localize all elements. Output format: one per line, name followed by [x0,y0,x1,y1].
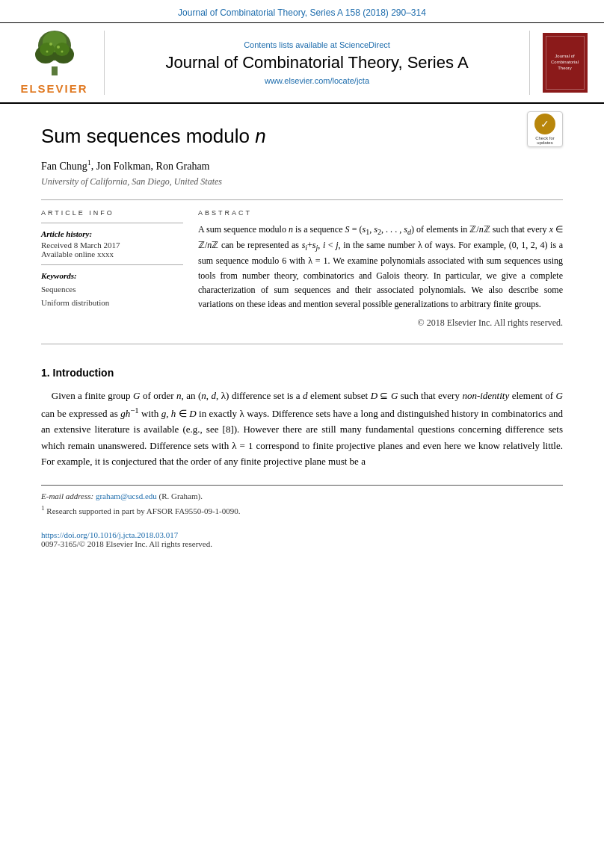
top-journal-ref: Journal of Combinatorial Theory, Series … [0,0,604,23]
email-link[interactable]: graham@ucsd.edu [96,492,157,500]
keyword-1: Sequences [41,282,183,297]
article-abstract-section: ARTICLE INFO Article history: Received 8… [41,209,563,329]
intro-title: 1. Introduction [41,367,563,379]
article-info-column: ARTICLE INFO Article history: Received 8… [41,209,183,329]
sciencedirect-link[interactable]: ScienceDirect [339,40,390,49]
introduction-section: 1. Introduction Given a finite group G o… [41,367,563,470]
footnote-area: E-mail address: graham@ucsd.edu (R. Grah… [41,485,563,518]
intro-paragraph: Given a finite group G of order n, an (n… [41,388,563,470]
abstract-bottom-divider [41,344,563,344]
paper-title: Sum sequences modulo n [41,125,563,148]
svg-point-9 [46,51,48,53]
article-info-header: ARTICLE INFO [41,209,183,217]
received-date: Received 8 March 2017 [41,241,183,249]
cover-text: Journal of Combinatorial Theory [551,54,579,71]
contents-line: Contents lists available at ScienceDirec… [244,40,390,49]
journal-url[interactable]: www.elsevier.com/locate/jcta [265,76,369,85]
title-divider [41,199,563,200]
svg-point-6 [55,43,70,56]
elsevier-logo: ELSEVIER [15,31,93,95]
abstract-column: ABSTRACT A sum sequence modulo n is a se… [198,209,563,329]
keyword-2: Uniform distribution [41,296,183,310]
journal-big-title: Journal of Combinatorial Theory, Series … [165,52,468,74]
abstract-header: ABSTRACT [198,209,563,217]
info-top-divider [41,223,183,223]
svg-point-7 [49,43,52,46]
svg-point-10 [61,51,63,53]
available-online: Available online xxxx [41,249,183,258]
journal-header: ELSEVIER Contents lists available at Sci… [0,23,604,104]
svg-point-5 [40,43,55,56]
svg-point-8 [57,46,60,49]
cover-image: Journal of Combinatorial Theory [543,33,588,93]
article-history-label: Article history: [41,229,183,238]
copyright: © 2018 Elsevier Inc. All rights reserved… [198,317,563,329]
keywords-label: Keywords: [41,271,183,280]
elsevier-tree-icon [25,31,84,79]
check-updates-badge: ✓ Check for updates [527,111,563,147]
keywords-list: Sequences Uniform distribution [41,282,183,310]
footnote-email: E-mail address: graham@ucsd.edu (R. Grah… [41,490,563,503]
abstract-text: A sum sequence modulo n is a sequence S … [198,223,563,312]
doi-link[interactable]: https://doi.org/10.1016/j.jcta.2018.03.0… [41,530,563,539]
footnote-1: 1 Research supported in part by AFSOR FA… [41,503,563,518]
check-icon: ✓ [534,114,555,134]
info-mid-divider [41,264,183,265]
elsevier-label: ELSEVIER [20,82,87,95]
authors: Fan Chung1, Jon Folkman, Ron Graham [41,158,563,173]
journal-cover: Journal of Combinatorial Theory [540,31,589,95]
affiliation: University of California, San Diego, Uni… [41,176,563,187]
issn-line: 0097-3165/© 2018 Elsevier Inc. All right… [41,539,563,548]
paper-content: ✓ Check for updates Sum sequences modulo… [0,104,604,563]
svg-rect-0 [52,66,58,75]
badge-label: Check for updates [528,136,562,145]
journal-title-block: Contents lists available at ScienceDirec… [104,31,530,95]
